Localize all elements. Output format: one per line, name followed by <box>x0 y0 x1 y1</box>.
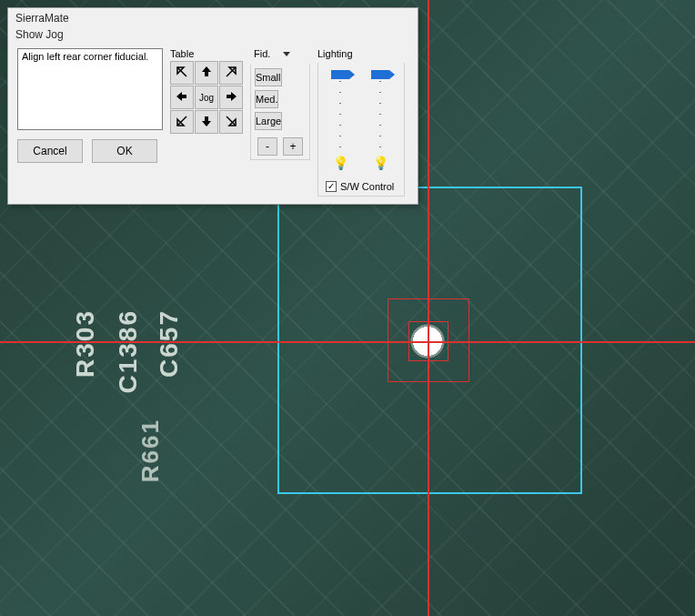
arrow-up-icon <box>199 65 214 82</box>
bulb-off-icon: 💡 <box>331 156 349 170</box>
jog-down-left-button[interactable] <box>170 110 194 134</box>
silkscreen-text: C1386 <box>114 309 143 394</box>
jog-up-right-button[interactable] <box>219 61 243 85</box>
arrow-left-icon <box>175 89 189 106</box>
dialog-title: SierraMate <box>8 8 418 26</box>
jog-up-left-button[interactable] <box>170 61 194 85</box>
table-section-label: Table <box>170 48 243 59</box>
slider-track <box>339 70 341 152</box>
arrow-down-icon <box>199 114 214 131</box>
arrow-down-left-icon <box>175 114 189 131</box>
jog-down-button[interactable] <box>195 110 218 134</box>
instruction-message: Align left rear corner fiducial. <box>17 48 163 130</box>
ok-button[interactable]: OK <box>92 139 157 163</box>
slider-thumb[interactable] <box>371 70 389 79</box>
svg-rect-3 <box>205 116 208 121</box>
sw-control-checkbox[interactable]: ✓ <box>326 181 337 192</box>
jog-right-button[interactable] <box>219 86 243 109</box>
bulb-on-icon: 💡 <box>371 156 389 170</box>
fid-plus-button[interactable]: + <box>283 137 303 156</box>
fid-small-button[interactable]: Small <box>255 68 282 86</box>
fid-large-button[interactable]: Large <box>255 112 282 130</box>
fid-dropdown-arrow-icon[interactable] <box>283 52 290 56</box>
align-fiducial-dialog: SierraMate Show Jog Align left rear corn… <box>7 7 418 205</box>
fid-section-label: Fid. <box>254 48 270 59</box>
fid-med-button[interactable]: Med. <box>255 90 278 108</box>
arrow-up-left-icon <box>175 65 189 82</box>
lighting-slider-2[interactable]: 💡 <box>371 70 389 152</box>
crosshair-vertical <box>428 0 429 616</box>
jog-left-button[interactable] <box>170 86 194 109</box>
fid-minus-button[interactable]: - <box>257 137 277 156</box>
arrow-up-right-icon <box>224 65 238 82</box>
lighting-section-label: Lighting <box>317 48 405 59</box>
cancel-button[interactable]: Cancel <box>17 139 83 163</box>
svg-rect-1 <box>182 95 186 98</box>
svg-rect-0 <box>205 72 208 76</box>
slider-track <box>379 70 381 152</box>
arrow-right-icon <box>224 89 238 106</box>
crosshair-horizontal <box>0 341 695 343</box>
sw-control-label: S/W Control <box>340 181 394 192</box>
lighting-slider-1[interactable]: 💡 <box>331 70 349 152</box>
jog-down-right-button[interactable] <box>219 110 243 134</box>
silkscreen-text: R303 <box>71 309 100 378</box>
slider-thumb[interactable] <box>331 70 349 79</box>
jog-up-button[interactable] <box>195 61 218 85</box>
silkscreen-text: R661 <box>136 419 165 482</box>
menu-show-jog[interactable]: Show Jog <box>8 26 418 45</box>
silkscreen-text: C657 <box>155 309 184 378</box>
arrow-down-right-icon <box>224 114 238 131</box>
jog-center-button[interactable]: Jog <box>195 86 218 109</box>
svg-rect-2 <box>227 95 231 98</box>
